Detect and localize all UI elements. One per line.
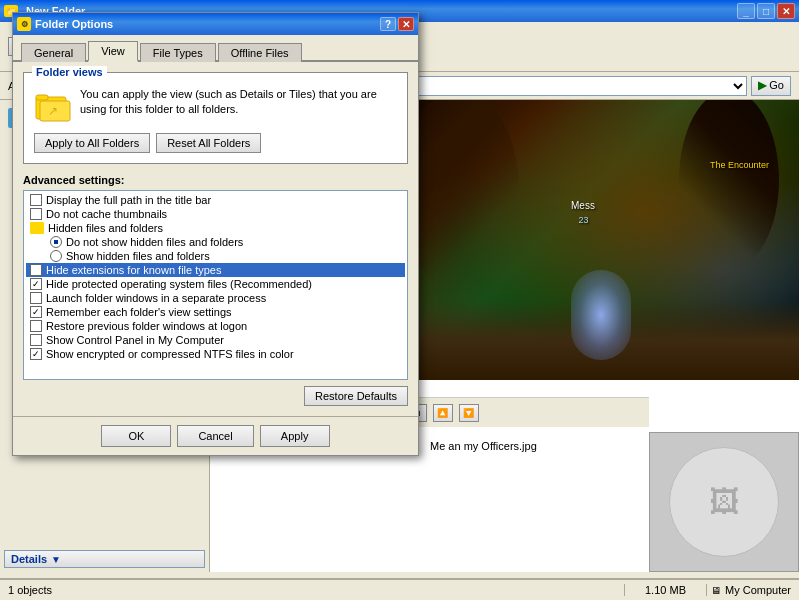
settings-label-restore-prev: Restore previous folder windows at logon [46,320,247,332]
settings-label-hideext: Hide extensions for known file types [46,264,221,276]
svg-text:↗: ↗ [48,104,58,118]
folder-icon: ↗ [34,87,72,125]
settings-label-showhidden: Show hidden files and folders [66,250,210,262]
settings-list: Display the full path in the title bar D… [24,191,407,363]
settings-list-container[interactable]: Display the full path in the title bar D… [23,190,408,380]
settings-item-showhidden[interactable]: Show hidden files and folders [46,249,405,263]
settings-item-launchsep[interactable]: Launch folder windows in a separate proc… [26,291,405,305]
radio-showhidden[interactable] [50,250,62,262]
radio-nohidden[interactable] [50,236,62,248]
settings-label-ntfs: Show encrypted or compressed NTFS files … [46,348,294,360]
folder-options-dialog: ⚙ Folder Options ? ✕ General View File T… [12,12,419,456]
settings-label-hideprotected: Hide protected operating system files (R… [46,278,312,290]
tab-offline-files[interactable]: Offline Files [218,43,302,62]
settings-item-controlpanel[interactable]: Show Control Panel in My Computer [26,333,405,347]
game-screenshot: The Encounter Mess 23 [419,100,799,380]
dialog-close-button[interactable]: ✕ [398,17,414,31]
status-computer-label: My Computer [725,584,791,596]
settings-item-fullpath[interactable]: Display the full path in the title bar [26,193,405,207]
tab-bar: General View File Types Offline Files [13,35,418,62]
folder-views-buttons: Apply to All Folders Reset All Folders [34,133,397,153]
settings-item-nocache[interactable]: Do not cache thumbnails [26,207,405,221]
apply-all-folders-button[interactable]: Apply to All Folders [34,133,150,153]
svg-rect-1 [36,95,48,100]
checkbox-launchsep[interactable] [30,292,42,304]
folder-views-label: Folder views [32,66,107,78]
checkbox-controlpanel[interactable] [30,334,42,346]
checkbox-fullpath[interactable] [30,194,42,206]
dialog-icon: ⚙ [17,17,31,31]
cancel-button[interactable]: Cancel [177,425,253,447]
checkbox-hideprotected[interactable] [30,278,42,290]
settings-label-launchsep: Launch folder windows in a separate proc… [46,292,266,304]
media-up-button[interactable]: 🔼 [433,404,453,422]
folder-views-desc: You can apply the view (such as Details … [80,87,397,118]
folder-views-content: ↗ You can apply the view (such as Detail… [34,87,397,125]
media-down-button[interactable]: 🔽 [459,404,479,422]
tab-view[interactable]: View [88,41,138,62]
settings-label-fullpath: Display the full path in the title bar [46,194,211,206]
close-button[interactable]: ✕ [777,3,795,19]
dialog-titlebar: ⚙ Folder Options ? ✕ [13,13,418,35]
details-label: Details [11,553,47,565]
status-objects: 1 objects [4,584,624,596]
settings-item-hideext[interactable]: Hide extensions for known file types [26,263,405,277]
settings-label-nohidden: Do not show hidden files and folders [66,236,243,248]
tab-general[interactable]: General [21,43,86,62]
settings-label-nocache: Do not cache thumbnails [46,208,167,220]
dialog-help-button[interactable]: ? [380,17,396,31]
maximize-button[interactable]: □ [757,3,775,19]
restore-defaults-button[interactable]: Restore Defaults [304,386,408,406]
settings-label-hidden-group: Hidden files and folders [48,222,163,234]
thumbnail-inner: 🖼 [669,447,779,557]
file-label: Me an my Officers.jpg [430,440,537,452]
folder-group-icon [30,222,44,234]
tab-file-types[interactable]: File Types [140,43,216,62]
details-arrow: ▼ [51,554,61,565]
minimize-button[interactable]: _ [737,3,755,19]
thumbnail-area: 🖼 [649,432,799,572]
reset-all-folders-button[interactable]: Reset All Folders [156,133,261,153]
computer-icon: 🖥 [711,585,721,596]
dialog-title: Folder Options [35,18,378,30]
advanced-settings-label: Advanced settings: [23,174,408,186]
status-size: 1.10 MB [624,584,707,596]
dialog-buttons: OK Cancel Apply [13,416,418,455]
checkbox-nocache[interactable] [30,208,42,220]
checkbox-remember[interactable] [30,306,42,318]
apply-button[interactable]: Apply [260,425,330,447]
folder-views-section: Folder views ↗ You can apply the view (s… [23,72,408,164]
ok-button[interactable]: OK [101,425,171,447]
go-button[interactable]: ▶ Go [751,76,791,96]
settings-item-nohidden[interactable]: Do not show hidden files and folders [46,235,405,249]
settings-label-controlpanel: Show Control Panel in My Computer [46,334,224,346]
dialog-content: Folder views ↗ You can apply the view (s… [13,62,418,416]
status-computer: 🖥 My Computer [707,584,795,596]
game-character [571,270,631,360]
settings-item-ntfs[interactable]: Show encrypted or compressed NTFS files … [26,347,405,361]
checkbox-hideext[interactable] [30,264,42,276]
settings-item-hidden-group[interactable]: Hidden files and folders [26,221,405,235]
settings-label-remember: Remember each folder's view settings [46,306,232,318]
checkbox-ntfs[interactable] [30,348,42,360]
checkbox-restore-prev[interactable] [30,320,42,332]
settings-item-remember[interactable]: Remember each folder's view settings [26,305,405,319]
restore-defaults-row: Restore Defaults [23,386,408,406]
settings-item-restore-prev[interactable]: Restore previous folder windows at logon [26,319,405,333]
status-bar: 1 objects 1.10 MB 🖥 My Computer [0,578,799,600]
details-dropdown[interactable]: Details ▼ [4,550,205,568]
settings-item-hideprotected[interactable]: Hide protected operating system files (R… [26,277,405,291]
